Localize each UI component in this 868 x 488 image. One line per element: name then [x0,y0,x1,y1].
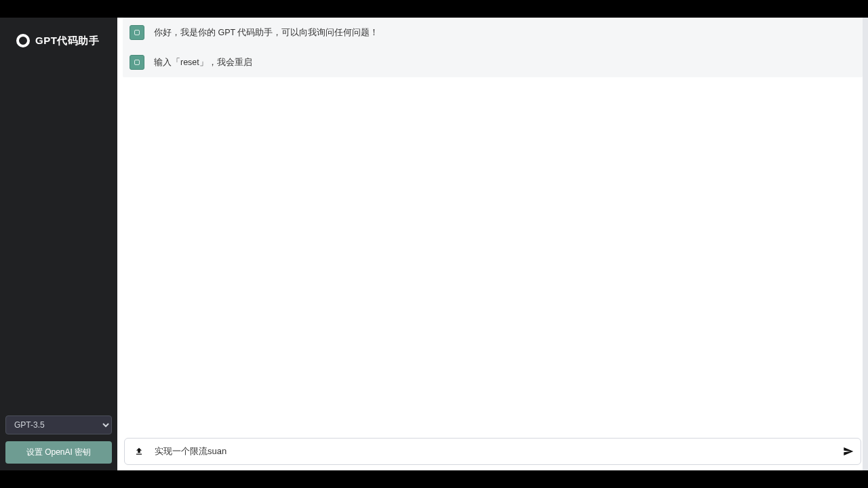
sidebar: GPT代码助手 GPT-3.5 设置 OpenAI 密钥 [0,18,117,470]
window-bottombar [0,470,868,488]
message-row: 输入「reset」，我会重启 [123,47,863,77]
message-list: 你好，我是你的 GPT 代码助手，可以向我询问任何问题！ 输入「reset」，我… [123,18,863,77]
message-text: 你好，我是你的 GPT 代码助手，可以向我询问任何问题！ [154,25,378,39]
upload-button[interactable] [132,444,146,459]
assistant-avatar [130,55,144,70]
send-button[interactable] [840,443,856,460]
main-layout: GPT代码助手 GPT-3.5 设置 OpenAI 密钥 你好，我是你的 GPT… [0,18,868,470]
assistant-avatar [130,25,144,40]
message-row: 你好，我是你的 GPT 代码助手，可以向我询问任何问题！ [123,18,863,47]
model-select[interactable]: GPT-3.5 [5,415,112,434]
chat-panel: 你好，我是你的 GPT 代码助手，可以向我询问任何问题！ 输入「reset」，我… [117,18,868,470]
send-icon [843,446,854,457]
window-titlebar [0,0,868,18]
scrollbar[interactable] [863,18,868,470]
message-input[interactable] [155,447,832,457]
logo-icon [16,34,30,47]
upload-icon [134,447,144,456]
input-bar [124,438,861,465]
message-text: 输入「reset」，我会重启 [154,55,252,69]
brand: GPT代码助手 [5,34,112,47]
empty-area [123,77,863,438]
settings-button[interactable]: 设置 OpenAI 密钥 [5,441,112,464]
brand-title: GPT代码助手 [35,35,99,47]
